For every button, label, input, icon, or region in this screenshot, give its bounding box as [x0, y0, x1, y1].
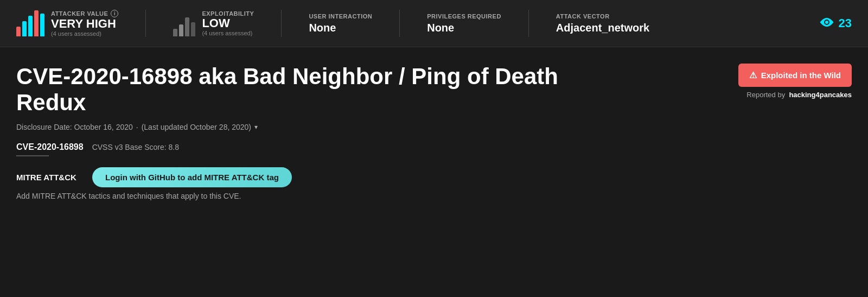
- exploited-badge: ⚠ Exploited in the Wild: [738, 64, 852, 87]
- cve-id: CVE-2020-16898: [16, 142, 84, 152]
- attack-vector-block: ATTACK VECTOR Adjacent_network: [556, 13, 649, 34]
- exploitability-sub: (4 users assessed): [202, 30, 254, 36]
- attack-vector-label: ATTACK VECTOR: [556, 13, 649, 20]
- user-interaction-block: USER INTERACTION None: [309, 13, 372, 34]
- user-interaction-label: USER INTERACTION: [309, 13, 372, 20]
- cve-id-row: CVE-2020-16898 CVSS v3 Base Score: 8.8: [16, 142, 852, 152]
- reported-by: Reported by hacking4pancakes: [746, 91, 852, 99]
- divider-3: [399, 10, 400, 37]
- main-content: ⚠ Exploited in the Wild Reported by hack…: [0, 47, 868, 211]
- attacker-value-value: VERY HIGH: [51, 17, 118, 30]
- bar: [22, 21, 27, 36]
- mitre-label: MITRE ATT&CK: [16, 173, 81, 182]
- bar: [34, 10, 39, 36]
- disclosure-date: Disclosure Date: October 16, 2020: [16, 123, 133, 131]
- mitre-login-button[interactable]: Login with GitHub to add MITRE ATT&CK ta…: [92, 167, 292, 187]
- exploitability-chart: [173, 10, 195, 36]
- attacker-value-sub: (4 users assessed): [51, 30, 118, 37]
- mitre-section: MITRE ATT&CK Login with GitHub to add MI…: [16, 167, 852, 200]
- bar: [28, 16, 33, 36]
- reporter-name: hacking4pancakes: [789, 91, 852, 99]
- top-metrics-bar: ATTACKER VALUE i VERY HIGH (4 users asse…: [0, 0, 868, 47]
- attacker-value-text: ATTACKER VALUE i VERY HIGH (4 users asse…: [51, 10, 118, 37]
- mitre-description: Add MITRE ATT&CK tactics and techniques …: [16, 192, 852, 200]
- dates-row: Disclosure Date: October 16, 2020 · (Las…: [16, 123, 852, 131]
- mitre-row: MITRE ATT&CK Login with GitHub to add MI…: [16, 167, 852, 187]
- exploitability-text: EXPLOITABILITY LOW (4 users assessed): [202, 10, 254, 36]
- attacker-value-block: ATTACKER VALUE i VERY HIGH (4 users asse…: [16, 10, 118, 37]
- eye-icon: [819, 17, 834, 30]
- privileges-required-value: None: [427, 22, 501, 34]
- privileges-required-label: PRIVILEGES REQUIRED: [427, 13, 501, 20]
- bar: [179, 24, 183, 36]
- warning-icon: ⚠: [749, 70, 757, 80]
- divider-4: [528, 10, 529, 37]
- attack-vector-value: Adjacent_network: [556, 22, 649, 34]
- bar: [191, 22, 195, 36]
- views-count: 23: [839, 16, 852, 30]
- privileges-required-block: PRIVILEGES REQUIRED None: [427, 13, 501, 34]
- attacker-value-label: ATTACKER VALUE i: [51, 10, 118, 17]
- exploitability-value: LOW: [202, 17, 254, 30]
- user-interaction-value: None: [309, 22, 372, 34]
- info-icon[interactable]: i: [111, 10, 118, 17]
- bar: [40, 14, 44, 36]
- cvss-score: CVSS v3 Base Score: 8.8: [92, 143, 179, 151]
- divider-2: [281, 10, 282, 37]
- bar: [16, 27, 21, 36]
- bar: [173, 29, 177, 36]
- bar: [185, 17, 189, 36]
- cve-id-underline: [16, 155, 49, 156]
- attacker-value-chart: [16, 10, 44, 36]
- chevron-down-icon[interactable]: ▾: [254, 123, 258, 131]
- divider-1: [145, 10, 146, 37]
- exploitability-block: EXPLOITABILITY LOW (4 users assessed): [173, 10, 254, 36]
- views-block: 23: [819, 16, 852, 30]
- last-updated: (Last updated October 28, 2020): [142, 123, 251, 131]
- cve-title: CVE-2020-16898 aka Bad Neighbor / Ping o…: [16, 64, 613, 116]
